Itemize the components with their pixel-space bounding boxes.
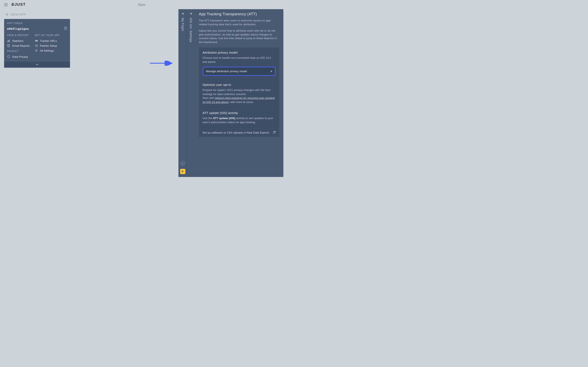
view-report-heading: VIEW & REPORT — [7, 34, 30, 37]
link-icon — [35, 39, 38, 42]
section-description: Prepare for Apple's 2021 privacy changes… — [203, 88, 276, 104]
data-privacy-label: Data Privacy — [12, 55, 28, 58]
section-title: Attribution privacy model — [203, 51, 276, 54]
copy-icon[interactable] — [64, 27, 67, 31]
sections-container: Attribution privacy model Choose how to … — [199, 48, 279, 137]
side-tab-ios14-settings[interactable]: ◀ iOS 14+ Settings — [187, 9, 195, 177]
app-card: APP TOKEN a0b6lsgaigow VIEW & REPORT — [4, 19, 70, 68]
partner-setup-label: Partner Setup — [40, 44, 57, 47]
panel-title: App Tracking Transparency (ATT) — [199, 9, 279, 19]
chevron-right-icon — [271, 70, 272, 72]
external-link-icon — [273, 131, 276, 134]
email-reports-label: Email Reports — [12, 44, 30, 47]
setup-app-heading: SET UP YOUR APP — [35, 34, 60, 37]
shield-icon — [7, 55, 10, 58]
svg-line-15 — [36, 46, 37, 46]
att-panel: App Tracking Transparency (ATT) The ATT … — [195, 9, 283, 177]
app-token-label: APP TOKEN — [7, 22, 67, 25]
chevron-left-icon: ◀ — [182, 12, 183, 15]
email-reports-link[interactable]: Email Reports — [7, 43, 30, 48]
svg-point-16 — [36, 50, 36, 51]
manage-attribution-button[interactable]: Manage attribution privacy model — [204, 68, 274, 75]
tracker-urls-label: Tracker URLs — [40, 39, 57, 42]
flight-badge-icon: ✈ — [180, 169, 185, 174]
raw-data-exports-label: Set up callbacks or CSV uploads in Raw D… — [203, 131, 269, 134]
gear-icon — [35, 49, 38, 52]
section-title: ATT update (iOS) activity — [203, 111, 276, 115]
privacy-heading: PRIVACY — [7, 50, 30, 53]
new-app-label: NEW APP — [11, 13, 26, 16]
attribution-privacy-section: Attribution privacy model Choose how to … — [199, 48, 279, 80]
svg-line-14 — [36, 45, 37, 45]
side-tab-label: My Flight — [181, 18, 184, 31]
app-token-value: a0b6lsgaigow — [7, 27, 29, 30]
header-bar: ‹› DJUST Apps — [0, 0, 283, 9]
chevron-left-icon: ◀ — [190, 12, 192, 15]
section-description: Use the ATT update (iOS) activity to see… — [203, 116, 276, 124]
new-app-button[interactable]: NEW APP — [4, 12, 178, 19]
svg-rect-4 — [9, 40, 10, 42]
svg-rect-2 — [7, 41, 8, 42]
report-icon — [7, 44, 10, 47]
optimize-optin-section: Optimize user opt-in Prepare for Apple's… — [199, 80, 279, 108]
share-icon — [35, 44, 38, 47]
left-panel: NEW APP APP TOKEN a0b6lsgaigow VIEW & RE… — [0, 9, 178, 177]
statistics-label: Statistics — [12, 39, 24, 42]
plus-icon — [5, 13, 9, 16]
partner-setup-link[interactable]: Partner Setup — [35, 43, 60, 48]
data-privacy-link[interactable]: Data Privacy — [7, 54, 30, 59]
side-tab-label: iOS 14+ Settings — [189, 18, 192, 42]
panel-description-1: The ATT framework asks users to authoriz… — [199, 19, 279, 26]
card-expand-button[interactable] — [4, 62, 70, 68]
all-settings-label: All Settings — [40, 49, 54, 52]
page-title: Apps — [138, 3, 146, 7]
chevron-down-icon — [36, 64, 38, 66]
svg-rect-3 — [8, 40, 9, 42]
panel-description-2: Adjust lets you control how to attribute… — [199, 29, 279, 44]
bar-chart-icon — [7, 39, 10, 42]
logo-text: DJUST — [12, 2, 26, 7]
svg-rect-1 — [65, 27, 67, 30]
all-settings-link[interactable]: All Settings — [35, 48, 60, 53]
statistics-link[interactable]: Statistics — [7, 38, 30, 43]
section-description: Choose how to handle non-consented data … — [203, 56, 276, 64]
adjust-logo[interactable]: ‹› DJUST — [11, 2, 26, 7]
manage-attribution-label: Manage attribution privacy model — [206, 70, 247, 73]
raw-data-exports-row[interactable]: Set up callbacks or CSV uploads in Raw D… — [199, 128, 279, 137]
att-update-section: ATT update (iOS) activity Use the ATT up… — [199, 108, 279, 128]
appstore-icon: A — [181, 161, 185, 166]
menu-hamburger-icon[interactable] — [4, 3, 8, 6]
side-tab-my-flight[interactable]: ◀ My Flight A ✈ — [178, 9, 187, 177]
section-title: Optimize user opt-in — [203, 83, 276, 86]
highlight-frame: Manage attribution privacy model — [203, 67, 276, 76]
tracker-urls-link[interactable]: Tracker URLs — [35, 38, 60, 43]
